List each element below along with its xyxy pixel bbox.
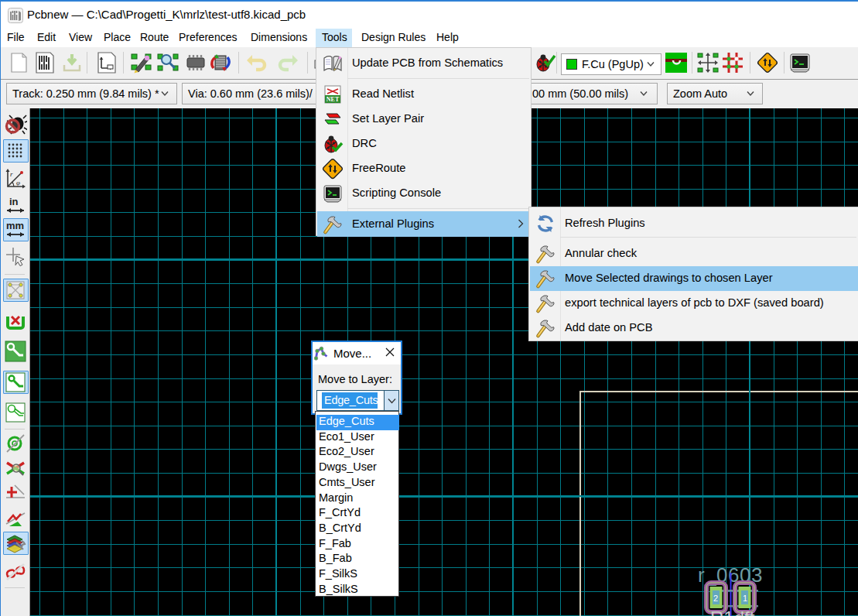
svg-text:r: r [10,170,13,178]
svg-text:NET: NET [326,96,340,103]
svg-text:φ: φ [16,179,20,187]
svg-text:1: 1 [743,594,747,603]
svg-text:mm: mm [6,220,24,231]
svg-text:2: 2 [713,594,718,603]
svg-text:R1dft: R1dft [710,607,755,616]
svg-text:in: in [9,196,19,207]
